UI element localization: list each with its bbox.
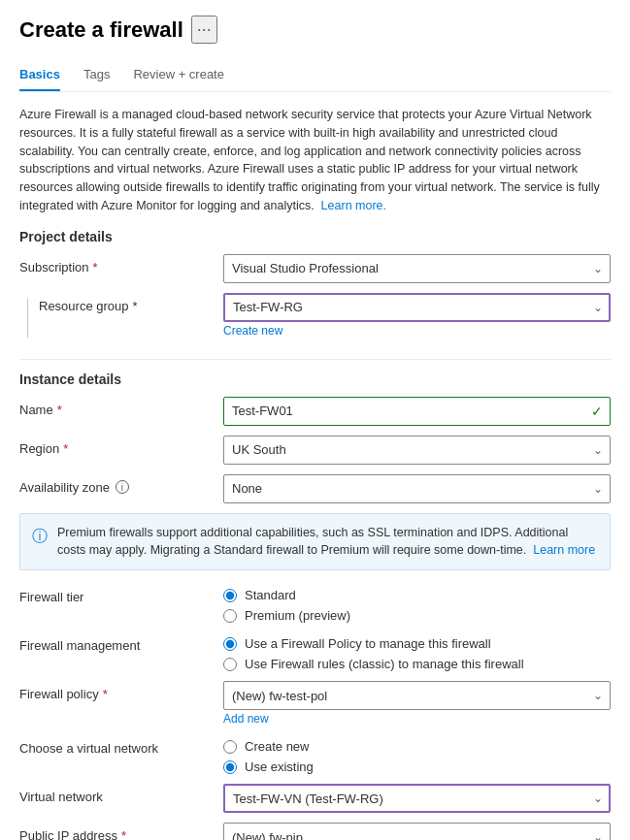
tab-tags[interactable]: Tags — [83, 59, 110, 91]
firewall-policy-label: Firewall policy * — [19, 681, 223, 701]
firewall-management-policy-label: Use a Firewall Policy to manage this fir… — [245, 636, 491, 651]
firewall-management-classic-label: Use Firewall rules (classic) to manage t… — [245, 657, 524, 671]
resource-group-select[interactable]: Test-FW-RG — [223, 293, 611, 322]
subscription-select-wrapper: Visual Studio Professional ⌄ — [223, 254, 611, 283]
firewall-management-classic-radio[interactable] — [223, 658, 237, 671]
availability-zone-select[interactable]: None — [223, 474, 611, 503]
firewall-management-label: Firewall management — [19, 632, 223, 653]
virtual-network-use-existing-radio[interactable] — [223, 760, 237, 774]
firewall-policy-select[interactable]: (New) fw-test-pol — [223, 681, 611, 710]
public-ip-select-wrapper: (New) fw-pip ⌄ — [223, 823, 611, 840]
name-input-wrapper: ✓ — [223, 397, 611, 426]
tree-line — [27, 299, 28, 338]
subscription-control: Visual Studio Professional ⌄ — [223, 254, 611, 283]
add-new-firewall-policy-link[interactable]: Add new — [223, 712, 269, 726]
divider-1 — [19, 359, 611, 360]
virtual-network-create-new-label: Create new — [245, 739, 309, 754]
public-ip-select[interactable]: (New) fw-pip — [223, 823, 611, 840]
page-title-row: Create a firewall ··· — [19, 16, 611, 44]
name-label: Name * — [19, 397, 223, 417]
public-ip-label: Public IP address * — [19, 823, 223, 840]
firewall-tier-standard-radio[interactable] — [223, 589, 237, 602]
firewall-tier-row: Firewall tier Standard Premium (preview) — [19, 584, 611, 623]
firewall-policy-required: * — [103, 687, 108, 701]
region-required: * — [63, 441, 68, 456]
firewall-tier-radio-group: Standard Premium (preview) — [223, 584, 611, 623]
virtual-network-control: Test-FW-VN (Test-FW-RG) ⌄ — [223, 784, 611, 813]
name-row: Name * ✓ — [19, 397, 611, 426]
region-label: Region * — [19, 436, 223, 456]
choose-virtual-network-row: Choose a virtual network Create new Use … — [19, 735, 611, 774]
firewall-policy-control: (New) fw-test-pol ⌄ Add new — [223, 681, 611, 726]
info-box-text: Premium firewalls support additional cap… — [57, 524, 598, 561]
availability-zone-control: None ⌄ — [223, 474, 611, 503]
public-ip-row: Public IP address * (New) fw-pip ⌄ Add n… — [19, 823, 611, 840]
region-control: UK South ⌄ — [223, 436, 611, 465]
resource-group-control: Test-FW-RG ⌄ Create new — [223, 293, 611, 338]
choose-virtual-network-control: Create new Use existing — [223, 735, 611, 774]
resource-group-select-wrapper: Test-FW-RG ⌄ — [223, 293, 611, 322]
resource-group-row: Resource group * Test-FW-RG ⌄ Create new — [39, 293, 611, 338]
firewall-management-classic[interactable]: Use Firewall rules (classic) to manage t… — [223, 657, 611, 671]
virtual-network-label: Virtual network — [19, 784, 223, 804]
firewall-policy-select-wrapper: (New) fw-test-pol ⌄ — [223, 681, 611, 710]
firewall-management-radio-group: Use a Firewall Policy to manage this fir… — [223, 632, 611, 671]
subscription-required: * — [93, 260, 98, 275]
resource-group-label: Resource group * — [39, 293, 223, 313]
subscription-select[interactable]: Visual Studio Professional — [223, 254, 611, 283]
virtual-network-use-existing-label: Use existing — [245, 759, 314, 774]
region-row: Region * UK South ⌄ — [19, 436, 611, 465]
tab-basics[interactable]: Basics — [19, 59, 60, 91]
info-box-icon: ⓘ — [32, 525, 48, 561]
name-valid-icon: ✓ — [591, 404, 603, 419]
tab-review-create[interactable]: Review + create — [133, 59, 224, 91]
name-control: ✓ — [223, 397, 611, 426]
resource-group-tree: Resource group * Test-FW-RG ⌄ Create new — [19, 293, 611, 347]
firewall-tier-standard[interactable]: Standard — [223, 588, 611, 602]
virtual-network-create-new[interactable]: Create new — [223, 739, 611, 754]
availability-zone-row: Availability zone i None ⌄ — [19, 474, 611, 503]
firewall-policy-row: Firewall policy * (New) fw-test-pol ⌄ Ad… — [19, 681, 611, 726]
firewall-tier-premium[interactable]: Premium (preview) — [223, 608, 611, 623]
resource-group-required: * — [133, 299, 138, 313]
tab-bar: Basics Tags Review + create — [19, 59, 611, 92]
virtual-network-select-wrapper: Test-FW-VN (Test-FW-RG) ⌄ — [223, 784, 611, 813]
availability-zone-select-wrapper: None ⌄ — [223, 474, 611, 503]
availability-zone-info-icon[interactable]: i — [116, 480, 129, 494]
firewall-management-policy[interactable]: Use a Firewall Policy to manage this fir… — [223, 636, 611, 651]
learn-more-link[interactable]: Learn more. — [321, 199, 386, 212]
virtual-network-use-existing[interactable]: Use existing — [223, 759, 611, 774]
public-ip-control: (New) fw-pip ⌄ Add new — [223, 823, 611, 840]
firewall-tier-premium-radio[interactable] — [223, 609, 237, 623]
choose-virtual-network-label: Choose a virtual network — [19, 735, 223, 756]
firewall-management-row: Firewall management Use a Firewall Polic… — [19, 632, 611, 671]
subscription-label: Subscription * — [19, 254, 223, 275]
create-new-resource-group-link[interactable]: Create new — [223, 324, 282, 338]
subscription-row: Subscription * Visual Studio Professiona… — [19, 254, 611, 283]
info-box-learn-more-link[interactable]: Learn more — [533, 543, 595, 557]
region-select-wrapper: UK South ⌄ — [223, 436, 611, 465]
firewall-tier-label: Firewall tier — [19, 584, 223, 604]
name-input[interactable] — [223, 397, 611, 426]
virtual-network-row: Virtual network Test-FW-VN (Test-FW-RG) … — [19, 784, 611, 813]
region-select[interactable]: UK South — [223, 436, 611, 465]
name-required: * — [57, 403, 62, 417]
project-details-title: Project details — [19, 229, 611, 244]
choose-virtual-network-radio-group: Create new Use existing — [223, 735, 611, 774]
public-ip-required: * — [121, 828, 126, 840]
info-box: ⓘ Premium firewalls support additional c… — [19, 513, 611, 571]
ellipsis-button[interactable]: ··· — [191, 16, 217, 44]
firewall-management-control: Use a Firewall Policy to manage this fir… — [223, 632, 611, 671]
page-title: Create a firewall — [19, 17, 183, 43]
firewall-management-policy-radio[interactable] — [223, 637, 237, 651]
instance-details-title: Instance details — [19, 372, 611, 387]
availability-zone-label: Availability zone i — [19, 474, 223, 495]
virtual-network-select[interactable]: Test-FW-VN (Test-FW-RG) — [223, 784, 611, 813]
description-text: Azure Firewall is a managed cloud-based … — [19, 106, 611, 215]
firewall-tier-standard-label: Standard — [245, 588, 296, 602]
firewall-tier-premium-label: Premium (preview) — [245, 608, 350, 623]
firewall-tier-control: Standard Premium (preview) — [223, 584, 611, 623]
virtual-network-create-new-radio[interactable] — [223, 740, 237, 754]
